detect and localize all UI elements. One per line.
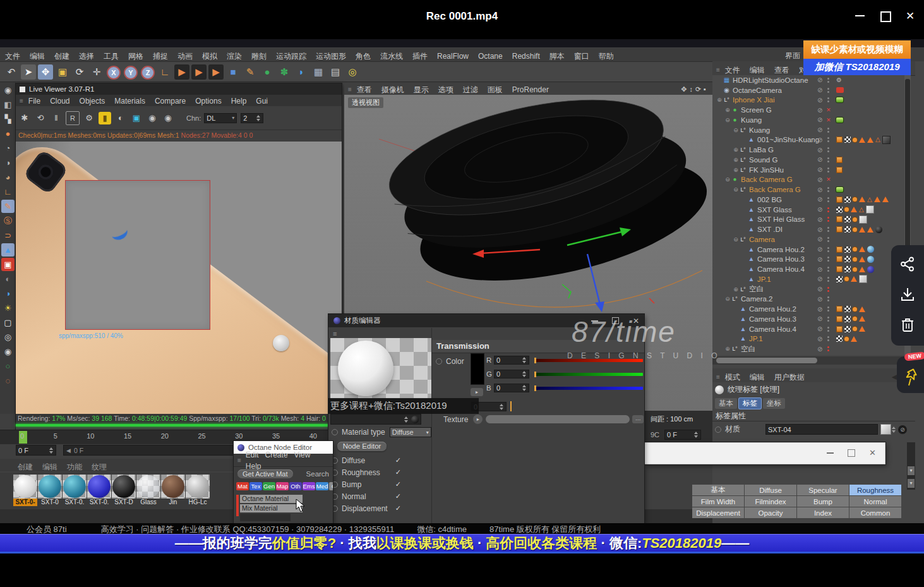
- visibility-icon[interactable]: ⊘: [817, 196, 822, 203]
- menu-窗口[interactable]: 窗口: [574, 51, 589, 62]
- expand-icon[interactable]: ⊖: [724, 117, 731, 123]
- tri-tag-icon[interactable]: [859, 227, 865, 233]
- visibility-icon[interactable]: ⊘: [817, 206, 822, 213]
- visibility-icon[interactable]: ⊘: [817, 116, 822, 123]
- object-label[interactable]: Camera Hou.3: [757, 255, 805, 263]
- array-icon[interactable]: ✽: [277, 64, 292, 80]
- render-view-icon[interactable]: ▶: [174, 64, 189, 80]
- object-label[interactable]: Kuang: [741, 116, 762, 124]
- dot-toggles[interactable]: [827, 325, 830, 333]
- maximize-icon[interactable]: [880, 11, 891, 22]
- hamburger-icon[interactable]: ≡: [20, 97, 23, 104]
- fragment-frame-field[interactable]: 0 F: [664, 430, 701, 440]
- mat-tab-Bump[interactable]: Bump: [797, 496, 849, 507]
- sq-tag-icon[interactable]: [836, 306, 843, 312]
- menu-流水线[interactable]: 流水线: [380, 51, 403, 62]
- view-label[interactable]: 透视视图: [348, 97, 383, 108]
- l-spline-icon[interactable]: ∟: [1, 185, 15, 198]
- object-label[interactable]: Iphone X Jiai: [733, 96, 775, 104]
- object-tree-row[interactable]: ▲SXT .DI⊘: [716, 224, 904, 234]
- object-label[interactable]: 002 BG: [757, 196, 782, 203]
- mat-tab-Common[interactable]: Common: [849, 507, 901, 518]
- visibility-icon[interactable]: ⊘: [817, 306, 822, 313]
- ne-menu-View[interactable]: View: [294, 451, 311, 459]
- region-render-box[interactable]: [65, 180, 210, 330]
- toggle-view-icon[interactable]: ▪: [704, 85, 709, 93]
- get-active-mat-button[interactable]: Get Active Mat: [237, 469, 293, 478]
- s-material-icon[interactable]: Ⓢ: [1, 214, 15, 227]
- dot-toggles[interactable]: [827, 286, 830, 293]
- texb-tag-icon[interactable]: [867, 246, 874, 253]
- grid-icon[interactable]: ▦: [311, 64, 326, 80]
- sq-tag-icon[interactable]: [836, 216, 843, 222]
- node-list-item[interactable]: Mix Material: [240, 504, 303, 512]
- dot-tag-icon[interactable]: [853, 317, 857, 321]
- lv-menu-Gui[interactable]: Gui: [256, 97, 268, 106]
- chk-tag-icon[interactable]: [844, 136, 851, 143]
- dot-tag-icon[interactable]: [853, 227, 857, 232]
- object-tree-row[interactable]: ⊖L°Camera.2⊘: [716, 294, 904, 305]
- expand-icon[interactable]: ⊕: [716, 97, 723, 103]
- dot-toggles[interactable]: [827, 255, 830, 263]
- sphere-icon[interactable]: ●: [260, 64, 275, 79]
- object-tree-row[interactable]: ▲JP.1⊘: [716, 274, 904, 284]
- pen-tablet-icon[interactable]: ✎: [1, 200, 15, 213]
- lv-menu-Options[interactable]: Options: [195, 97, 221, 106]
- sq-tag-icon[interactable]: [836, 136, 843, 143]
- sq-tag-icon[interactable]: [836, 316, 843, 322]
- rounded-square-icon[interactable]: ▢: [1, 316, 15, 329]
- channel-toggle-row[interactable]: Normal✓: [332, 490, 401, 502]
- node-category-Med[interactable]: Med: [316, 482, 328, 490]
- object-label[interactable]: Camera Hou.2: [749, 305, 796, 313]
- object-label[interactable]: HDRLightStudioOctane: [733, 76, 808, 84]
- expand-icon[interactable]: ⊖: [724, 296, 731, 302]
- ring-green-icon[interactable]: ○: [1, 360, 15, 373]
- chk-tag-icon[interactable]: [844, 197, 851, 203]
- dot-tag-icon[interactable]: [853, 197, 857, 202]
- checkmark-icon[interactable]: ✓: [395, 492, 401, 500]
- render-off-icon[interactable]: ✕: [826, 117, 831, 123]
- scatter-icon[interactable]: ▲: [1, 243, 15, 257]
- dot-toggles[interactable]: [827, 87, 830, 94]
- channel-toggle-row[interactable]: Roughness✓: [332, 466, 401, 478]
- dot-toggles[interactable]: [827, 246, 830, 253]
- menu-捕捉[interactable]: 捕捉: [153, 51, 168, 62]
- menu-角色[interactable]: 角色: [356, 51, 371, 62]
- interface-label[interactable]: 界面: [785, 51, 800, 61]
- material-thumb[interactable]: SXT-0-: [13, 475, 37, 506]
- channel-value-field[interactable]: 0: [494, 370, 529, 378]
- tri-tag-icon[interactable]: [882, 197, 889, 202]
- viewport-menu-ProRender[interactable]: ProRender: [512, 85, 549, 94]
- material-stepper[interactable]: [891, 426, 896, 433]
- paint-icon[interactable]: ◗: [294, 64, 309, 79]
- node-editor-button[interactable]: Node Editor: [337, 442, 387, 451]
- object-label[interactable]: SXT Glass: [757, 206, 792, 214]
- material-field[interactable]: SXT-04: [765, 424, 878, 435]
- dot-toggles[interactable]: [827, 315, 830, 323]
- tri-tag-icon[interactable]: [859, 197, 865, 202]
- tri-tag-icon[interactable]: [851, 276, 857, 282]
- object-label[interactable]: Camera.2: [741, 295, 773, 303]
- sphere-c-icon[interactable]: ◕: [1, 171, 15, 184]
- om-menu-编辑[interactable]: 编辑: [750, 65, 765, 76]
- texture-browse-button[interactable]: …: [632, 415, 644, 423]
- dot-toggles[interactable]: [827, 236, 830, 243]
- visibility-icon[interactable]: ⊘: [817, 315, 822, 322]
- object-label[interactable]: FK JinSHu: [749, 166, 784, 174]
- dot-toggles[interactable]: [827, 156, 830, 164]
- viewport-menu-显示[interactable]: 显示: [414, 85, 429, 95]
- sq-tag-icon[interactable]: [836, 246, 843, 253]
- render-off-icon[interactable]: ✕: [826, 176, 831, 183]
- object-tree-row[interactable]: ▲Camera Hou.2⊘: [716, 304, 904, 314]
- object-label[interactable]: Back Camera G: [749, 186, 801, 193]
- object-label[interactable]: JP.1: [749, 335, 763, 342]
- dialog-vscrollbar[interactable]: ▾ ▾: [907, 442, 915, 490]
- object-label[interactable]: 001~JinShu-Kuang: [757, 136, 819, 143]
- visibility-icon[interactable]: ⊘: [817, 166, 822, 173]
- film-camera-icon[interactable]: ▤: [328, 64, 343, 80]
- dot-toggles[interactable]: [827, 226, 830, 233]
- material-thumb[interactable]: SXT-0.: [87, 475, 111, 506]
- object-label[interactable]: SXT .DI: [757, 226, 783, 233]
- visibility-icon[interactable]: ⊘: [817, 325, 822, 332]
- viewport-menu-选项[interactable]: 选项: [438, 85, 453, 95]
